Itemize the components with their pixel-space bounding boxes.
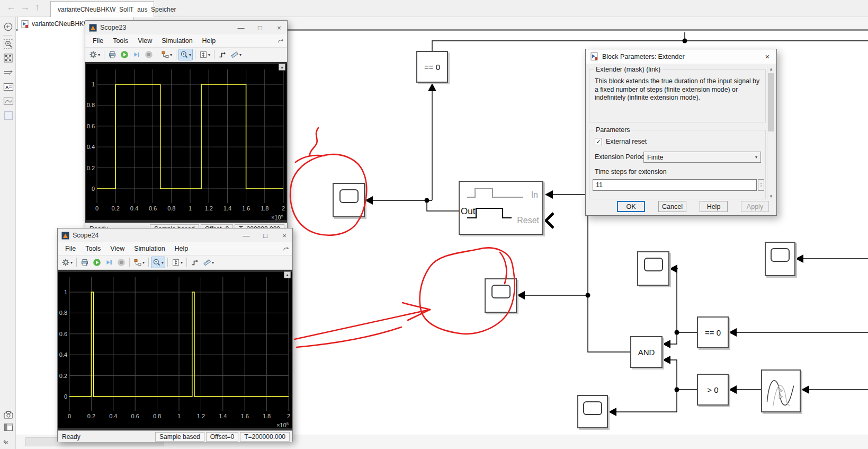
signal-source-block[interactable]: [761, 369, 801, 412]
time-steps-input[interactable]: [593, 179, 757, 191]
screenshot-camera-icon[interactable]: [3, 409, 14, 420]
step-forward-button[interactable]: [103, 257, 115, 268]
run-button[interactable]: [119, 49, 130, 60]
run-button[interactable]: [91, 257, 103, 268]
close-icon[interactable]: ×: [758, 49, 776, 64]
scope23-menubar: File Tools View Simulation Help: [85, 34, 287, 48]
fit-view-button[interactable]: ▾: [198, 49, 212, 60]
panels-icon[interactable]: [3, 421, 14, 433]
collapse-palette-button[interactable]: «: [4, 438, 8, 446]
matlab-icon: [61, 232, 69, 240]
scope-settings-button[interactable]: ▾: [87, 49, 102, 60]
dock-icon[interactable]: [283, 245, 289, 252]
minimize-button[interactable]: —: [233, 21, 249, 34]
print-button[interactable]: [79, 257, 91, 268]
compare-to-zero-block-right[interactable]: == 0: [697, 316, 729, 348]
fit-to-view-icon[interactable]: [3, 52, 14, 64]
stop-button[interactable]: [115, 257, 127, 268]
extension-period-dropdown[interactable]: Finite ▾: [643, 152, 761, 163]
scope23-plot-area[interactable]: 00.20.40.60.8100.20.40.60.811.21.41.61.8…: [85, 62, 287, 223]
zoom-button[interactable]: ▾: [178, 49, 193, 60]
greater-than-zero-block[interactable]: > 0: [697, 374, 729, 406]
menu-help[interactable]: Help: [171, 243, 193, 254]
scope24-chart[interactable]: 00.20.40.60.8100.20.40.60.811.21.41.61.8…: [58, 270, 292, 430]
browser-tab[interactable]: varianteCNeuBHKW_SollT_aus_Speicher: [50, 1, 154, 17]
ok-button[interactable]: OK: [617, 201, 645, 212]
scope-screen-icon: [583, 401, 602, 415]
signal-routing-icon[interactable]: [3, 67, 14, 78]
hide-browser-icon[interactable]: [3, 21, 14, 32]
trigger-button[interactable]: [217, 49, 228, 60]
zoom-select-icon[interactable]: [3, 38, 14, 49]
palette-divider: [3, 35, 12, 36]
status-offset: Offset=0: [206, 432, 238, 442]
zoom-button[interactable]: ▾: [151, 257, 165, 268]
maximize-axes-icon[interactable]: ▴: [279, 64, 285, 71]
measurements-button[interactable]: ▾: [201, 257, 216, 268]
layout-button[interactable]: ▾: [132, 257, 146, 268]
scrollbar-thumb[interactable]: [768, 73, 774, 131]
menu-view[interactable]: View: [133, 36, 156, 46]
dialog-titlebar[interactable]: Block Parameters: Extender ×: [586, 49, 776, 64]
scope23-chart[interactable]: 00.20.40.60.8100.20.40.60.811.21.41.61.8…: [85, 62, 287, 223]
edit-value-button[interactable]: ⋮: [758, 179, 764, 191]
menu-view[interactable]: View: [106, 243, 129, 254]
scope-settings-button[interactable]: ▾: [60, 257, 74, 268]
menu-simulation[interactable]: Simulation: [130, 243, 169, 254]
trigger-button[interactable]: [189, 257, 201, 268]
minimize-button[interactable]: —: [238, 229, 254, 242]
svg-text:0.8: 0.8: [87, 102, 95, 108]
scope-block-2[interactable]: [485, 278, 517, 313]
maximize-button[interactable]: □: [257, 229, 273, 242]
maximize-button[interactable]: □: [252, 21, 268, 34]
close-button[interactable]: ×: [271, 21, 287, 34]
svg-text:0.6: 0.6: [149, 205, 157, 212]
status-time: T=200000.000: [240, 432, 290, 442]
scope24-plot-area[interactable]: 00.20.40.60.8100.20.40.60.811.21.41.61.8…: [58, 270, 292, 430]
menu-help[interactable]: Help: [198, 36, 220, 46]
scope-block-1[interactable]: [333, 183, 365, 217]
svg-text:0.2: 0.2: [112, 205, 120, 212]
external-reset-checkbox[interactable]: ✓: [595, 138, 602, 145]
scope24-titlebar[interactable]: Scope24 — □ ×: [58, 228, 292, 242]
scope-block-4[interactable]: [765, 242, 795, 276]
help-button[interactable]: Help: [700, 201, 728, 212]
apply-button[interactable]: Apply: [741, 201, 769, 212]
layout-button[interactable]: ▾: [159, 49, 174, 60]
svg-text:A: A: [5, 84, 9, 90]
area-box-icon[interactable]: [3, 110, 14, 121]
dialog-scrollbar[interactable]: ▲ ▼: [767, 65, 775, 200]
annotation-icon[interactable]: A: [3, 81, 14, 92]
scope23-titlebar[interactable]: Scope23 — □ ×: [85, 21, 287, 34]
and-block[interactable]: AND: [630, 336, 663, 368]
scope-block-3[interactable]: [637, 251, 669, 286]
svg-text:0: 0: [95, 205, 99, 212]
scope-screen-icon: [644, 258, 663, 271]
scroll-up-icon[interactable]: ▲: [767, 65, 775, 73]
back-icon[interactable]: ←: [6, 2, 16, 13]
block-label: AND: [638, 348, 655, 357]
measurements-button[interactable]: ▾: [229, 49, 243, 60]
extender-block[interactable]: In Out Reset: [459, 181, 543, 235]
menu-tools[interactable]: Tools: [81, 243, 105, 254]
image-icon[interactable]: [3, 95, 14, 107]
maximize-axes-icon[interactable]: ▴: [284, 271, 291, 278]
menu-simulation[interactable]: Simulation: [157, 36, 196, 46]
stop-button[interactable]: [143, 49, 155, 60]
menu-tools[interactable]: Tools: [109, 36, 132, 46]
print-button[interactable]: [106, 49, 118, 60]
close-button[interactable]: ×: [276, 229, 292, 242]
dock-icon[interactable]: [278, 38, 284, 44]
fit-view-button[interactable]: ▾: [170, 257, 184, 268]
menu-file[interactable]: File: [88, 36, 108, 46]
svg-text:1: 1: [189, 205, 192, 212]
svg-text:0.8: 0.8: [167, 205, 175, 212]
cancel-button[interactable]: Cancel: [658, 201, 686, 212]
scroll-down-icon[interactable]: ▼: [767, 192, 775, 200]
compare-to-zero-block-top[interactable]: == 0: [416, 51, 448, 83]
forward-icon[interactable]: →: [20, 2, 30, 13]
up-icon[interactable]: ↑: [35, 2, 40, 13]
menu-file[interactable]: File: [61, 243, 80, 254]
step-forward-button[interactable]: [131, 49, 142, 60]
scope-block-5[interactable]: [577, 395, 608, 428]
